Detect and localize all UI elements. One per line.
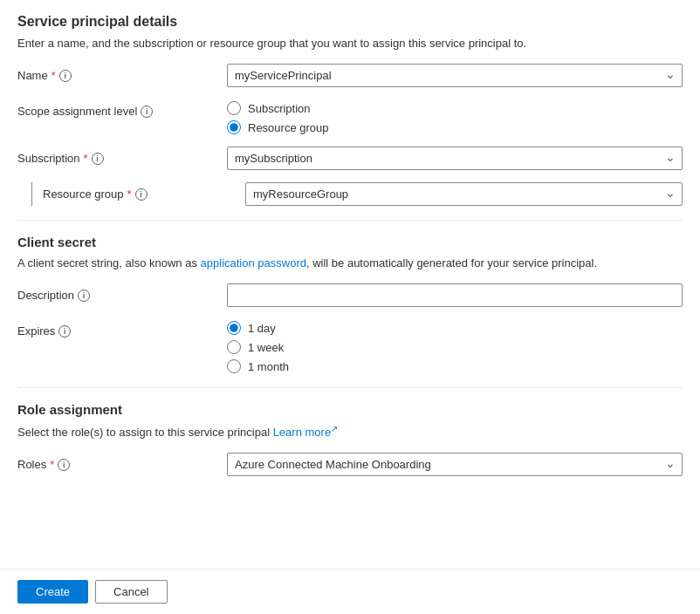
name-label: Name * i [17, 64, 227, 82]
external-link-icon: ↗ [331, 424, 338, 433]
description-input[interactable] [227, 283, 683, 307]
resource-group-row: Resource group * i myResourceGroup [35, 182, 683, 206]
client-secret-title: Client secret [17, 235, 683, 249]
subscription-info-icon[interactable]: i [92, 153, 104, 165]
scope-control-area: Subscription Resource group [227, 99, 683, 134]
resource-group-required-star: * [127, 188, 132, 201]
roles-control-area: Azure Connected Machine Onboarding [227, 453, 683, 476]
name-select-wrapper: myServicePrincipal [227, 64, 683, 87]
roles-select-wrapper: Azure Connected Machine Onboarding [227, 453, 683, 476]
resource-group-select[interactable]: myResourceGroup [245, 182, 683, 206]
client-secret-desc: A client secret string, also known as ap… [17, 256, 683, 269]
scope-radio-group: Subscription Resource group [227, 99, 683, 134]
name-info-icon[interactable]: i [59, 70, 72, 82]
name-label-text: Name [17, 69, 48, 82]
roles-label: Roles * i [17, 453, 227, 471]
expires-info-icon[interactable]: i [58, 325, 71, 338]
name-row: Name * i myServicePrincipal [17, 64, 683, 87]
subscription-select[interactable]: mySubscription [227, 147, 683, 170]
create-button[interactable]: Create [17, 580, 88, 604]
expires-radio-group: 1 day 1 week 1 month [227, 319, 683, 373]
subscription-label: Subscription * i [17, 147, 227, 165]
name-required-star: * [51, 69, 56, 82]
scope-label-text: Scope assignment level [17, 105, 137, 118]
expires-radio-1month[interactable]: 1 month [227, 359, 683, 373]
expires-radio-1week[interactable]: 1 week [227, 340, 683, 354]
subscription-select-wrapper: mySubscription [227, 147, 683, 170]
client-secret-link[interactable]: application password [201, 256, 306, 269]
name-control-area: myServicePrincipal [227, 64, 683, 87]
subscription-required-star: * [84, 152, 88, 165]
roles-label-text: Roles [17, 458, 46, 471]
resource-group-control-area: myResourceGroup [245, 182, 683, 206]
page-subtitle: Enter a name, and the subscription or re… [17, 37, 683, 50]
scope-radio-resource-group-input[interactable] [227, 120, 241, 134]
scope-label: Scope assignment level i [17, 99, 227, 118]
client-secret-desc-prefix: A client secret string, also known as [17, 256, 201, 269]
description-label: Description i [17, 283, 227, 302]
expires-control-area: 1 day 1 week 1 month [227, 319, 683, 373]
role-assignment-desc-prefix: Select the role(s) to assign to this ser… [17, 426, 273, 439]
scope-row: Scope assignment level i Subscription Re… [17, 99, 683, 134]
divider-2 [17, 387, 683, 388]
expires-label-text: Expires [17, 324, 55, 338]
roles-select[interactable]: Azure Connected Machine Onboarding [227, 453, 683, 476]
indent-line [31, 182, 32, 206]
expires-1day-label: 1 day [248, 322, 276, 335]
resource-group-select-wrapper: myResourceGroup [245, 182, 683, 206]
footer-bar: Create Cancel [0, 569, 700, 614]
expires-1week-label: 1 week [248, 341, 284, 354]
expires-row: Expires i 1 day 1 week 1 month [17, 319, 683, 373]
expires-radio-1day-input[interactable] [227, 321, 241, 335]
description-control-area [227, 283, 683, 307]
subscription-row: Subscription * i mySubscription [17, 147, 683, 170]
scope-subscription-label: Subscription [248, 102, 311, 115]
learn-more-link[interactable]: Learn more↗ [273, 426, 338, 439]
roles-required-star: * [50, 458, 54, 471]
subscription-label-text: Subscription [17, 152, 80, 165]
expires-radio-1week-input[interactable] [227, 340, 241, 354]
resource-group-label-text: Resource group [43, 188, 124, 201]
scope-resource-group-label: Resource group [248, 121, 329, 134]
name-select[interactable]: myServicePrincipal [227, 64, 683, 87]
role-assignment-title: Role assignment [17, 402, 683, 417]
role-assignment-desc: Select the role(s) to assign to this ser… [17, 424, 683, 439]
expires-1month-label: 1 month [248, 360, 289, 373]
roles-row: Roles * i Azure Connected Machine Onboar… [17, 453, 683, 476]
expires-radio-1day[interactable]: 1 day [227, 321, 683, 335]
description-row: Description i [17, 283, 683, 307]
page-title: Service principal details [17, 14, 683, 30]
scope-radio-subscription-input[interactable] [227, 101, 241, 115]
resource-group-info-icon[interactable]: i [135, 188, 148, 201]
cancel-button[interactable]: Cancel [95, 580, 167, 604]
expires-radio-1month-input[interactable] [227, 359, 241, 373]
scope-info-icon[interactable]: i [141, 106, 153, 118]
description-info-icon[interactable]: i [78, 290, 90, 302]
subscription-control-area: mySubscription [227, 147, 683, 170]
scope-radio-resource-group[interactable]: Resource group [227, 120, 683, 134]
scope-radio-subscription[interactable]: Subscription [227, 101, 683, 115]
expires-label: Expires i [17, 319, 227, 338]
description-label-text: Description [17, 289, 74, 302]
resource-group-label: Resource group * i [36, 182, 245, 201]
roles-info-icon[interactable]: i [58, 459, 70, 471]
client-secret-desc-suffix: , will be automatically generated for yo… [306, 256, 597, 269]
divider-1 [17, 220, 683, 221]
